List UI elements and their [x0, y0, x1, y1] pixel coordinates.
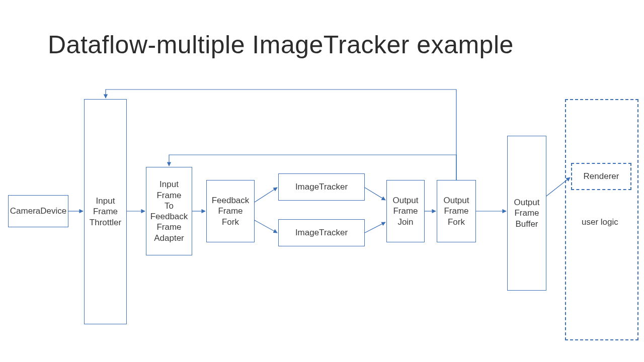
- edge-tracker2-to-join: [365, 222, 385, 233]
- edge-tracker1-to-join: [365, 188, 385, 200]
- edge-fork-to-tracker1: [255, 188, 277, 202]
- edge-feedback-outfork-to-throttler: [106, 89, 456, 180]
- node-label: Renderer: [584, 171, 619, 182]
- node-user-logic: [565, 99, 638, 340]
- edge-feedback-outfork-to-adapter: [169, 155, 456, 180]
- edge-fork-to-tracker2: [255, 220, 277, 233]
- node-renderer: Renderer: [571, 163, 631, 190]
- connectors: [0, 0, 644, 362]
